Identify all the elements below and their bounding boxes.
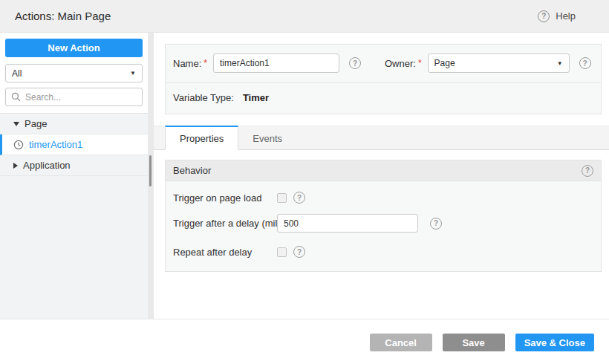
behavior-help-icon[interactable]: ? <box>582 165 593 177</box>
behavior-section-title: Behavior <box>173 165 211 176</box>
collapse-arrow-icon[interactable] <box>13 122 19 126</box>
dialog-body: New Action All ▼ Page <box>0 33 609 319</box>
action-detail-pane: Name: * ? Owner: * Page ▼ ? Variable Typ… <box>154 33 609 319</box>
trigger-after-delay-label: Trigger after a delay (millisec… <box>173 218 277 229</box>
filter-dropdown-value: All <box>12 68 22 79</box>
repeat-after-delay-label: Repeat after delay <box>173 247 277 258</box>
save-button[interactable]: Save <box>443 334 505 351</box>
tree-item-page[interactable]: Page <box>0 114 148 134</box>
sidebar-scrollbar[interactable] <box>148 33 154 319</box>
name-required-marker: * <box>203 58 207 68</box>
delay-milliseconds-input[interactable] <box>277 214 418 233</box>
repeat-after-delay-help-icon[interactable]: ? <box>293 246 305 258</box>
trigger-after-delay-help-icon[interactable]: ? <box>430 218 442 230</box>
new-action-button[interactable]: New Action <box>5 39 143 57</box>
help-label: Help <box>556 10 576 22</box>
behavior-section-body: Trigger on page load ? Trigger after a d… <box>166 181 601 271</box>
tree-item-application[interactable]: Application <box>0 155 148 176</box>
save-and-close-button[interactable]: Save & Close <box>515 334 594 351</box>
cancel-button[interactable]: Cancel <box>370 334 432 351</box>
help-button[interactable]: ? Help <box>538 10 576 22</box>
search-input[interactable] <box>25 92 137 103</box>
name-input[interactable] <box>213 53 339 73</box>
owner-label: Owner: <box>385 58 416 69</box>
owner-help-icon[interactable]: ? <box>579 57 591 69</box>
action-header-panel: Name: * ? Owner: * Page ▼ ? Variable Typ… <box>165 44 602 114</box>
tab-events[interactable]: Events <box>238 126 296 150</box>
tree-item-label: Page <box>25 118 47 129</box>
behavior-section: Behavior ? Trigger on page load ? Trigge… <box>165 160 602 272</box>
panel-separator <box>166 82 601 83</box>
variable-type-row: Variable Type: Timer <box>173 92 593 103</box>
dialog-header: Actions: Main Page ? Help <box>0 0 609 33</box>
trigger-after-delay-row: Trigger after a delay (millisec… ? <box>173 214 593 233</box>
repeat-after-delay-row: Repeat after delay ? <box>173 246 593 258</box>
tree-item-label: Application <box>23 160 71 171</box>
filter-dropdown[interactable]: All ▼ <box>5 64 143 82</box>
name-help-icon[interactable]: ? <box>349 57 361 69</box>
actions-dialog: Actions: Main Page ? Help New Action All… <box>0 0 609 364</box>
trigger-on-page-load-row: Trigger on page load ? <box>173 192 593 204</box>
owner-dropdown-value: Page <box>434 58 455 68</box>
expand-arrow-icon[interactable] <box>13 163 18 169</box>
dialog-title: Actions: Main Page <box>15 10 111 22</box>
owner-required-marker: * <box>418 58 422 68</box>
behavior-section-header: Behavior ? <box>166 160 601 181</box>
repeat-after-delay-checkbox[interactable] <box>277 247 287 257</box>
detail-tabbar: Properties Events <box>154 126 609 150</box>
trigger-on-page-load-label: Trigger on page load <box>173 192 277 204</box>
scrollbar-thumb[interactable] <box>149 155 152 186</box>
sidebar-controls: New Action All ▼ <box>0 33 148 113</box>
actions-tree: Page timerAction1 Application <box>0 113 148 319</box>
dialog-footer: Cancel Save Save & Close <box>0 319 609 364</box>
variable-type-value: Timer <box>243 92 269 103</box>
chevron-down-icon: ▼ <box>557 60 563 67</box>
tab-properties[interactable]: Properties <box>165 126 238 150</box>
search-field[interactable] <box>5 88 143 106</box>
name-owner-row: Name: * ? Owner: * Page ▼ ? <box>173 53 593 73</box>
trigger-on-page-load-checkbox[interactable] <box>277 193 287 203</box>
clock-icon <box>13 140 24 150</box>
help-icon: ? <box>538 10 550 22</box>
chevron-down-icon: ▼ <box>130 70 136 77</box>
owner-dropdown[interactable]: Page ▼ <box>428 53 570 73</box>
tree-item-label: timerAction1 <box>29 139 82 150</box>
search-icon <box>11 92 21 102</box>
trigger-on-page-load-help-icon[interactable]: ? <box>293 192 305 204</box>
actions-sidebar: New Action All ▼ Page <box>0 33 148 319</box>
name-label: Name: <box>173 58 201 69</box>
variable-type-label: Variable Type: <box>173 92 234 103</box>
tree-item-timeraction1[interactable]: timerAction1 <box>0 134 148 155</box>
